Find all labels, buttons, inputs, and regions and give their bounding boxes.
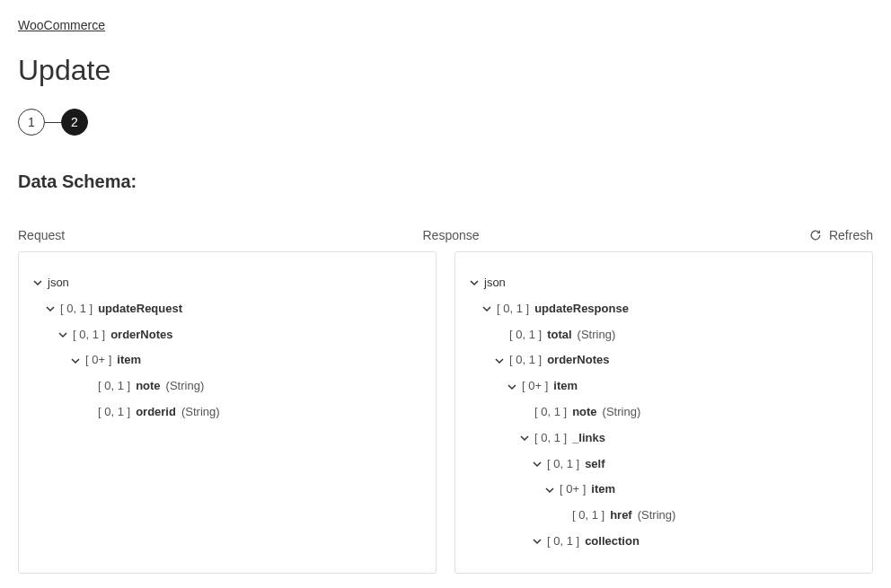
tree-node-total[interactable]: [ 0, 1 ] total (String) bbox=[470, 322, 858, 348]
node-cardinality: [ 0, 1 ] bbox=[98, 377, 130, 396]
node-type: (String) bbox=[578, 326, 616, 345]
chevron-down-icon[interactable] bbox=[495, 356, 504, 365]
tree-node-json[interactable]: json bbox=[470, 270, 858, 296]
tree-node-updaterequest[interactable]: [ 0, 1 ] updateRequest bbox=[33, 296, 421, 322]
tree-node-orderid[interactable]: [ 0, 1 ] orderid (String) bbox=[33, 399, 421, 426]
tree-node-collection[interactable]: [ 0, 1 ] collection bbox=[470, 529, 858, 555]
node-cardinality: [ 0, 1 ] bbox=[60, 300, 93, 319]
chevron-down-icon[interactable] bbox=[33, 278, 42, 287]
node-cardinality: [ 0, 1 ] bbox=[98, 403, 130, 422]
request-panel: json [ 0, 1 ] updateRequest [ 0, 1 ] ord… bbox=[18, 251, 437, 574]
refresh-label: Refresh bbox=[829, 228, 873, 242]
node-cardinality: [ 0+ ] bbox=[522, 377, 548, 396]
node-label: item bbox=[591, 480, 615, 499]
node-cardinality: [ 0, 1 ] bbox=[534, 429, 567, 448]
chevron-down-icon[interactable] bbox=[58, 330, 67, 339]
node-label: orderid bbox=[136, 403, 176, 422]
node-cardinality: [ 0, 1 ] bbox=[497, 300, 529, 319]
node-type: (String) bbox=[603, 403, 641, 422]
node-label: orderNotes bbox=[110, 326, 172, 345]
chevron-down-icon[interactable] bbox=[470, 278, 479, 287]
step-1[interactable]: 1 bbox=[18, 109, 45, 136]
tree-node-self[interactable]: [ 0, 1 ] self bbox=[470, 452, 858, 478]
node-label: _links bbox=[572, 429, 605, 448]
node-label: self bbox=[585, 455, 604, 474]
node-label: href bbox=[610, 506, 632, 525]
node-cardinality: [ 0, 1 ] bbox=[547, 532, 579, 551]
node-cardinality: [ 0+ ] bbox=[560, 480, 586, 499]
tree-node-note[interactable]: [ 0, 1 ] note (String) bbox=[470, 399, 858, 426]
tree-node-href[interactable]: [ 0, 1 ] href (String) bbox=[470, 503, 858, 529]
chevron-down-icon[interactable] bbox=[533, 460, 542, 469]
chevron-down-icon[interactable] bbox=[71, 356, 80, 365]
node-cardinality: [ 0, 1 ] bbox=[73, 326, 105, 345]
tree-node-ordernotes[interactable]: [ 0, 1 ] orderNotes bbox=[470, 347, 858, 373]
stepper: 1 2 bbox=[18, 109, 873, 136]
node-label: note bbox=[136, 377, 160, 396]
request-label: Request bbox=[18, 228, 404, 242]
node-type: (String) bbox=[181, 403, 220, 422]
chevron-down-icon[interactable] bbox=[507, 382, 516, 391]
node-label: updateRequest bbox=[98, 300, 182, 319]
node-label: item bbox=[117, 351, 141, 370]
chevron-down-icon[interactable] bbox=[545, 486, 554, 495]
tree-node-updateresponse[interactable]: [ 0, 1 ] updateResponse bbox=[470, 296, 858, 322]
refresh-icon bbox=[809, 229, 822, 241]
breadcrumb-link[interactable]: WooCommerce bbox=[18, 18, 105, 32]
chevron-down-icon[interactable] bbox=[520, 434, 529, 443]
node-label: collection bbox=[585, 532, 640, 551]
node-cardinality: [ 0, 1 ] bbox=[509, 351, 542, 370]
chevron-down-icon[interactable] bbox=[46, 304, 55, 313]
response-panel: json [ 0, 1 ] updateResponse [ 0, 1 ] to… bbox=[454, 251, 873, 574]
tree-node-json[interactable]: json bbox=[33, 270, 421, 296]
node-cardinality: [ 0+ ] bbox=[85, 351, 111, 370]
node-label: json bbox=[484, 274, 506, 293]
node-label: json bbox=[48, 274, 69, 293]
node-cardinality: [ 0, 1 ] bbox=[509, 326, 542, 345]
node-label: orderNotes bbox=[547, 351, 609, 370]
node-label: updateResponse bbox=[534, 300, 629, 319]
tree-node-self-item[interactable]: [ 0+ ] item bbox=[470, 477, 858, 503]
tree-node-note[interactable]: [ 0, 1 ] note (String) bbox=[33, 373, 421, 399]
node-type: (String) bbox=[166, 377, 205, 396]
response-label: Response bbox=[422, 228, 808, 242]
tree-node-ordernotes[interactable]: [ 0, 1 ] orderNotes bbox=[33, 322, 421, 348]
refresh-button[interactable]: Refresh bbox=[809, 228, 873, 242]
chevron-down-icon[interactable] bbox=[533, 537, 542, 546]
step-2[interactable]: 2 bbox=[61, 109, 88, 136]
node-type: (String) bbox=[638, 506, 676, 525]
node-cardinality: [ 0, 1 ] bbox=[572, 506, 604, 525]
step-connector bbox=[45, 122, 61, 123]
section-title: Data Schema: bbox=[18, 171, 873, 192]
node-label: note bbox=[572, 403, 596, 422]
page-title: Update bbox=[18, 54, 873, 87]
node-cardinality: [ 0, 1 ] bbox=[547, 455, 579, 474]
node-label: total bbox=[547, 326, 571, 345]
tree-node-item[interactable]: [ 0+ ] item bbox=[470, 373, 858, 399]
tree-node-item[interactable]: [ 0+ ] item bbox=[33, 347, 421, 373]
tree-node-links[interactable]: [ 0, 1 ] _links bbox=[470, 426, 858, 452]
node-cardinality: [ 0, 1 ] bbox=[534, 403, 567, 422]
chevron-down-icon[interactable] bbox=[482, 304, 491, 313]
node-label: item bbox=[553, 377, 578, 396]
